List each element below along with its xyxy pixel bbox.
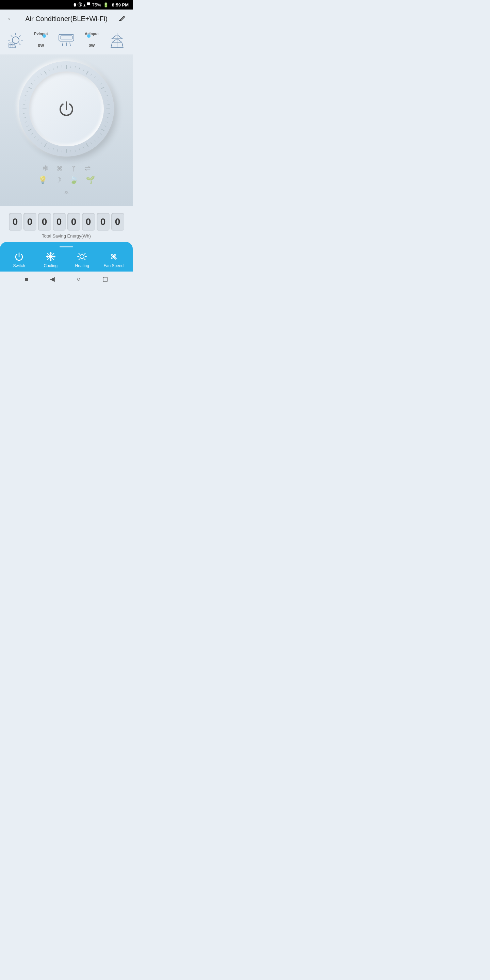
svg-line-70 bbox=[27, 126, 28, 127]
nfc-icon: Ⓝ bbox=[78, 2, 82, 8]
svg-line-22 bbox=[112, 39, 117, 42]
svg-line-84 bbox=[45, 71, 46, 74]
svg-line-31 bbox=[75, 66, 75, 68]
svg-line-55 bbox=[83, 147, 84, 148]
power-tower-icon bbox=[108, 31, 126, 49]
mode-icons-area: ❄ ⇌ bbox=[38, 164, 95, 195]
svg-line-81 bbox=[34, 80, 35, 81]
svg-line-16 bbox=[62, 43, 63, 46]
svg-line-64 bbox=[45, 143, 46, 147]
svg-line-38 bbox=[100, 83, 102, 85]
digit-7: 0 bbox=[111, 213, 124, 231]
svg-line-53 bbox=[91, 143, 92, 144]
energy-counter: 0 0 0 0 0 0 0 0 Total Saving Energy(Wh) bbox=[0, 206, 133, 242]
svg-rect-15 bbox=[60, 36, 73, 39]
cooling-label: Cooling bbox=[43, 263, 57, 268]
svg-line-66 bbox=[37, 140, 38, 141]
status-icons: ⬮ Ⓝ ▴ ▀ bbox=[73, 2, 90, 8]
tower-node bbox=[108, 31, 126, 49]
android-home-button[interactable]: ○ bbox=[77, 275, 81, 283]
svg-line-18 bbox=[70, 43, 70, 46]
svg-line-41 bbox=[106, 95, 108, 96]
android-nav: ■ ◀ ○ ▢ bbox=[0, 272, 133, 286]
svg-line-33 bbox=[83, 69, 84, 71]
fan-speed1-icon[interactable] bbox=[71, 165, 77, 172]
mode-row-2: 💡 ☽ 🍃 🌱 bbox=[38, 176, 95, 185]
dial-ticks-svg bbox=[19, 61, 114, 156]
fanspeed-label: Fan Speed bbox=[103, 263, 124, 268]
sleep-mode-icon[interactable]: ☽ bbox=[55, 176, 62, 185]
svg-line-57 bbox=[75, 150, 75, 151]
android-recents-button[interactable]: ■ bbox=[24, 275, 28, 283]
green-mode-icon[interactable]: 🌱 bbox=[86, 176, 95, 185]
svg-line-27 bbox=[122, 42, 123, 48]
svg-line-30 bbox=[71, 66, 71, 68]
svg-line-76 bbox=[24, 100, 26, 100]
svg-text:A: A bbox=[115, 257, 118, 260]
svg-line-80 bbox=[31, 83, 33, 85]
digit-2: 0 bbox=[38, 213, 51, 231]
dial-outer bbox=[19, 61, 114, 156]
swing-icon[interactable]: ⇌ bbox=[84, 164, 91, 173]
digit-1: 0 bbox=[24, 213, 37, 231]
svg-line-50 bbox=[100, 134, 102, 135]
svg-line-56 bbox=[79, 148, 80, 150]
nav-item-fanspeed[interactable]: A Fan Speed bbox=[98, 251, 130, 268]
svg-line-47 bbox=[106, 122, 108, 123]
cooling-snowflake-icon bbox=[46, 251, 56, 262]
svg-line-20 bbox=[111, 35, 117, 39]
ac-value: 0W bbox=[89, 43, 95, 48]
svg-rect-14 bbox=[59, 34, 74, 41]
svg-line-26 bbox=[111, 42, 112, 48]
svg-line-7 bbox=[11, 35, 12, 37]
svg-line-54 bbox=[86, 143, 88, 147]
svg-line-65 bbox=[41, 143, 42, 144]
page-title: Air Conditioner(BLE+Wi-Fi) bbox=[25, 15, 108, 23]
svg-line-63 bbox=[49, 147, 49, 148]
svg-line-88 bbox=[62, 66, 62, 68]
digit-6: 0 bbox=[97, 213, 110, 231]
ac-unit-icon bbox=[57, 31, 75, 49]
battery-level: 75% bbox=[92, 2, 101, 8]
svg-line-87 bbox=[57, 66, 57, 68]
solar-panel-icon bbox=[7, 31, 24, 49]
svg-line-73 bbox=[23, 113, 25, 114]
svg-line-52 bbox=[94, 140, 95, 141]
svg-point-107 bbox=[80, 255, 84, 259]
fan-mode-icon[interactable] bbox=[56, 165, 63, 172]
svg-line-32 bbox=[79, 67, 80, 69]
light-mode-icon[interactable]: 💡 bbox=[38, 176, 47, 185]
dry-mode-icon[interactable] bbox=[62, 187, 70, 195]
svg-line-60 bbox=[62, 150, 62, 152]
fan-speed-icon: A bbox=[108, 251, 119, 262]
svg-line-35 bbox=[91, 73, 92, 75]
wifi-icon: ▴ bbox=[83, 2, 86, 8]
nav-item-switch[interactable]: Switch bbox=[3, 251, 35, 268]
android-menu-button[interactable]: ▢ bbox=[102, 275, 108, 283]
digit-5: 0 bbox=[82, 213, 95, 231]
svg-line-40 bbox=[104, 91, 106, 92]
heating-label: Heating bbox=[75, 263, 89, 268]
android-back-button[interactable]: ◀ bbox=[50, 275, 55, 283]
svg-line-51 bbox=[97, 137, 99, 138]
nav-item-heating[interactable]: Heating bbox=[66, 251, 98, 268]
back-button[interactable]: ← bbox=[7, 14, 14, 23]
svg-line-114 bbox=[84, 253, 86, 255]
snowflake-mode-icon[interactable]: ❄ bbox=[42, 164, 48, 173]
energy-counter-label: Total Saving Energy(Wh) bbox=[42, 234, 91, 239]
nav-item-cooling[interactable]: Cooling bbox=[35, 251, 67, 268]
ac-label: AcInput bbox=[85, 32, 99, 36]
svg-line-58 bbox=[71, 150, 71, 152]
eco-mode-icon[interactable]: 🍃 bbox=[69, 176, 78, 185]
digit-3: 0 bbox=[53, 213, 66, 231]
svg-line-83 bbox=[41, 73, 42, 75]
svg-point-98 bbox=[50, 256, 52, 258]
digit-4: 0 bbox=[67, 213, 80, 231]
svg-line-112 bbox=[79, 253, 80, 255]
svg-line-34 bbox=[86, 71, 88, 74]
svg-line-71 bbox=[25, 122, 27, 123]
edit-button[interactable] bbox=[118, 15, 126, 22]
svg-line-67 bbox=[34, 137, 35, 138]
svg-line-113 bbox=[84, 259, 86, 260]
svg-line-61 bbox=[57, 150, 57, 151]
